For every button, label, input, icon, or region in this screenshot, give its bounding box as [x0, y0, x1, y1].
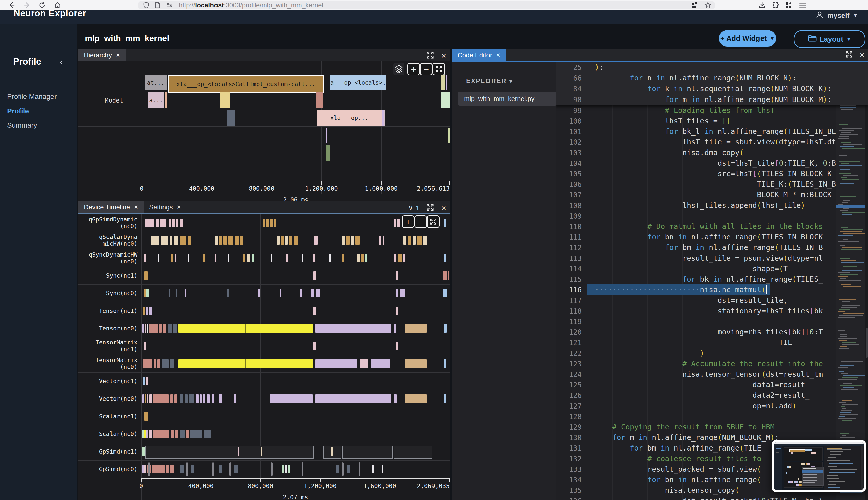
timeline-bar[interactable]: [361, 254, 364, 262]
timeline-bar[interactable]: [342, 236, 345, 245]
timeline-bar[interactable]: [396, 289, 398, 297]
code-line[interactable]: 101for bk_l in nl.affine_range(TILES_IN_…: [556, 126, 868, 137]
timeline-bar[interactable]: [161, 236, 168, 245]
code-line[interactable]: 121TIL: [556, 337, 868, 348]
timeline-bar[interactable]: [180, 219, 183, 227]
code-line[interactable]: 127op=nl.add): [556, 400, 868, 411]
timeline-bar[interactable]: [444, 395, 446, 403]
code-line[interactable]: 117dst=result_tile,: [556, 295, 868, 306]
layout-button[interactable]: Layout▼: [794, 30, 866, 48]
timeline-bar[interactable]: [145, 219, 154, 227]
timeline-bar[interactable]: [146, 307, 148, 315]
timeline-bar[interactable]: [163, 324, 166, 333]
apps-grid-icon[interactable]: [785, 1, 792, 9]
flame-bar[interactable]: [441, 92, 450, 108]
timeline-bar[interactable]: [215, 236, 218, 245]
timeline-bar[interactable]: [289, 236, 293, 245]
zoom-out-button[interactable]: −: [414, 215, 427, 228]
code-line[interactable]: 110# Do matmul with all tiles in the blo…: [556, 221, 868, 232]
add-widget-button[interactable]: + Add Widget▼: [719, 30, 776, 47]
timeline-bar[interactable]: [271, 254, 272, 262]
code-line[interactable]: 102lhsT_tile = sbuf.view(dtype=lhsT.dty: [556, 137, 868, 147]
timeline-bar[interactable]: [180, 430, 185, 438]
timeline-bar[interactable]: [144, 465, 146, 473]
timeline-bar[interactable]: [144, 254, 146, 262]
timeline-bar[interactable]: [185, 395, 188, 403]
timeline-bar[interactable]: [423, 236, 427, 245]
timeline-bar[interactable]: [286, 254, 288, 262]
tab-device-timeline[interactable]: Device Timeline×: [78, 201, 144, 213]
timeline-bar[interactable]: [336, 465, 338, 473]
timeline-bar[interactable]: [274, 219, 276, 227]
timeline-bar[interactable]: [314, 236, 318, 245]
timeline-bar[interactable]: [247, 254, 250, 262]
timeline-bar[interactable]: [293, 236, 298, 245]
flame-bar[interactable]: [382, 110, 384, 126]
timeline-bar[interactable]: [288, 465, 290, 473]
code-line[interactable]: 84for k in nl.sequential_range(NUM_BLOCK…: [556, 83, 868, 94]
timeline-bar[interactable]: [145, 395, 146, 403]
code-line[interactable]: 103nisa.dma_copy(: [556, 147, 868, 158]
zoom-out-button[interactable]: −: [420, 63, 432, 75]
timeline-bar[interactable]: [149, 307, 152, 315]
timeline-bar[interactable]: [188, 236, 192, 245]
timeline-bar[interactable]: [281, 465, 283, 473]
code-line[interactable]: 111for bn in nl.affine_range(TILES_IN_BL…: [556, 232, 868, 242]
timeline-bar[interactable]: [153, 430, 169, 438]
timeline-bar[interactable]: [243, 254, 245, 262]
timeline-bar[interactable]: [158, 359, 160, 368]
timeline-bar[interactable]: [408, 236, 412, 245]
editor-scrollbar[interactable]: [866, 75, 868, 500]
timeline-bar[interactable]: [171, 430, 174, 438]
layers-icon[interactable]: [393, 63, 404, 75]
timeline-bar[interactable]: [175, 254, 176, 262]
timeline-bar[interactable]: [203, 254, 205, 262]
sidebar-item-summary[interactable]: Summary: [0, 118, 77, 133]
file-item[interactable]: mlp_with_mm_kernel.py: [458, 92, 557, 105]
timeline-bar[interactable]: [315, 359, 357, 368]
timeline-bar[interactable]: [444, 219, 446, 227]
timeline-bar[interactable]: [346, 236, 350, 245]
chevron-down-icon[interactable]: ∨: [409, 204, 413, 212]
hierarchy-chart[interactable]: Model+−at...xla___op_<locals>CallImpl_cu…: [78, 61, 450, 201]
timeline-bar[interactable]: [379, 236, 381, 245]
timeline-marker[interactable]: [342, 462, 344, 476]
timeline-bar[interactable]: [285, 465, 287, 473]
timeline-bar[interactable]: [142, 465, 144, 473]
timeline-bar[interactable]: [443, 271, 447, 280]
timeline-bar[interactable]: [240, 236, 243, 245]
sidebar-item-profile[interactable]: Profile: [0, 104, 77, 118]
timeline-bar[interactable]: [444, 254, 445, 262]
timeline-bar[interactable]: [372, 465, 374, 473]
timeline-bar[interactable]: [302, 254, 303, 262]
timeline-bar[interactable]: [270, 395, 313, 403]
code-line[interactable]: 120moving=rhs_tiles[bk][0:T: [556, 327, 868, 337]
zoom-in-button[interactable]: +: [402, 215, 414, 228]
timeline-bar[interactable]: [245, 359, 246, 368]
timeline-bar[interactable]: [261, 447, 262, 456]
timeline-marker[interactable]: [229, 462, 231, 476]
code-line[interactable]: 116························nisa.nc_matmu…: [556, 284, 868, 295]
timeline-bar[interactable]: [258, 289, 260, 297]
timeline-bar[interactable]: [413, 236, 416, 245]
code-line[interactable]: 107BLOCK_M * m:BLOCK_M * (: [556, 190, 868, 200]
timeline-bar[interactable]: [190, 430, 202, 438]
timeline-outline-bar[interactable]: [145, 446, 314, 459]
timeline-outline-bar[interactable]: [394, 446, 433, 459]
code-line[interactable]: 126data2=result_: [556, 390, 868, 400]
timeline-bar[interactable]: [394, 254, 396, 262]
timeline-bar[interactable]: [347, 465, 350, 473]
extensions-puzzle-icon[interactable]: [772, 1, 779, 9]
timeline-bar[interactable]: [158, 254, 159, 262]
timeline-bar[interactable]: [396, 307, 398, 315]
timeline-bar[interactable]: [175, 430, 178, 438]
code-line[interactable]: 122): [556, 348, 868, 358]
timeline-bar[interactable]: [405, 395, 427, 403]
timeline-bar[interactable]: [443, 289, 446, 297]
timeline-bar[interactable]: [300, 289, 302, 297]
timeline-bar[interactable]: [219, 465, 221, 473]
expand-panel-icon[interactable]: [427, 51, 434, 60]
code-line[interactable]: 119: [556, 316, 868, 327]
timeline-bar[interactable]: [151, 236, 159, 245]
timeline-bar[interactable]: [143, 307, 145, 315]
